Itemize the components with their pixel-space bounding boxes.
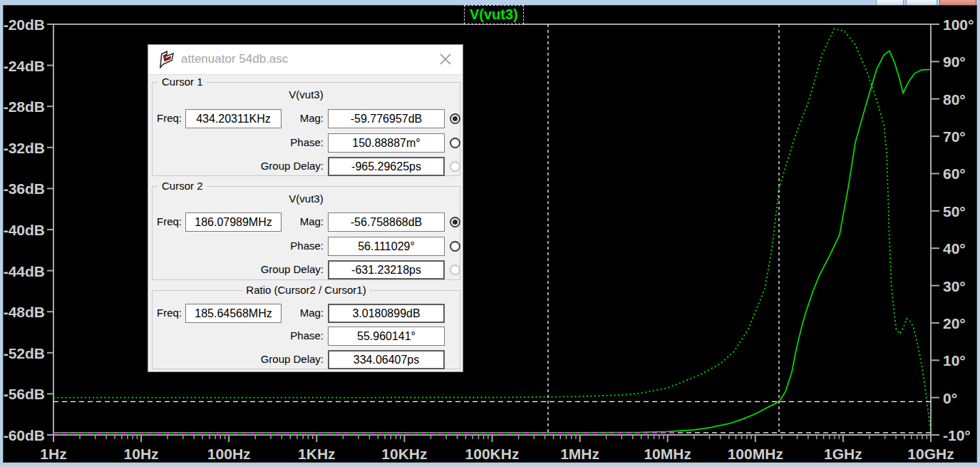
close-icon[interactable] xyxy=(438,52,453,66)
cursor1-group-delay-radio xyxy=(450,161,460,172)
ratio-mag-label: Mag: xyxy=(195,307,324,319)
ltspice-logo-icon xyxy=(158,50,175,69)
cursor1-mag-field[interactable]: -59.776957dB xyxy=(328,109,445,128)
y-left-tick-label: -36dB xyxy=(4,180,45,197)
x-tick-label: 100Hz xyxy=(207,446,251,462)
ratio-group-delay-field[interactable]: 334.06407ps xyxy=(328,350,445,369)
cursor2-group-delay-field[interactable]: -631.23218ps xyxy=(328,260,445,279)
y-left-tick-label: -24dB xyxy=(4,58,45,74)
ratio-group: Ratio (Cursor2 / Cursor1) Freq: 185.6456… xyxy=(152,290,460,369)
cursor1-freq-label: Freq: xyxy=(157,112,182,124)
cursor1-signal-label: V(vut3) xyxy=(153,88,460,101)
y-right-tick-label: 70° xyxy=(943,128,966,145)
ratio-group-label: Ratio (Cursor2 / Cursor1) xyxy=(242,284,369,296)
x-tick-label: 1GHz xyxy=(824,446,862,462)
x-tick-label: 10GHz xyxy=(907,446,954,462)
y-right-tick-label: 60° xyxy=(943,165,966,182)
y-right-tick-label: 90° xyxy=(943,53,966,70)
x-tick-label: 10MHz xyxy=(644,446,691,462)
y-left-tick-label: -32dB xyxy=(4,140,45,156)
y-right-tick-label: 100° xyxy=(943,16,974,33)
ratio-mag-field[interactable]: 3.0180899dB xyxy=(328,304,445,323)
y-right-tick-label: 10° xyxy=(943,352,966,369)
cursor1-phase-radio[interactable] xyxy=(450,138,460,148)
cursor2-freq-label: Freq: xyxy=(157,215,182,227)
cursor2-phase-field[interactable]: 56.111029° xyxy=(328,237,445,256)
ratio-phase-field[interactable]: 55.960141° xyxy=(328,327,445,346)
y-right-tick-label: 40° xyxy=(943,240,966,257)
ratio-phase-label: Phase: xyxy=(195,329,324,342)
cursor2-group-delay-label: Group Delay: xyxy=(195,263,324,275)
cursor2-mag-field[interactable]: -56.758868dB xyxy=(328,212,445,232)
y-right-tick-label: 30° xyxy=(943,278,966,294)
y-left-tick-label: -40dB xyxy=(4,222,45,238)
cursor1-mag-radio[interactable] xyxy=(450,113,460,124)
x-tick-label: 1KHz xyxy=(298,446,336,462)
x-tick-label: 1Hz xyxy=(40,446,66,462)
cursor2-group: Cursor 2 V(vut3) Freq: 186.07989MHz Mag:… xyxy=(152,186,460,280)
cursor2-group-delay-radio xyxy=(450,265,460,275)
y-left-tick-label: -52dB xyxy=(4,345,45,361)
cursor2-signal-label: V(vut3) xyxy=(153,193,460,205)
cursor2-mag-radio[interactable] xyxy=(450,217,460,227)
x-tick-label: 1MHz xyxy=(560,446,599,462)
cursor1-phase-label: Phase: xyxy=(195,136,324,148)
y-right-tick-label: -10° xyxy=(943,427,971,443)
x-tick-label: 100KHz xyxy=(465,446,520,462)
y-right-tick-label: 50° xyxy=(943,203,966,220)
y-right-tick-label: 80° xyxy=(943,91,966,108)
x-tick-label: 100MHz xyxy=(728,446,783,462)
cursor2-mag-label: Mag: xyxy=(195,215,324,227)
cursor1-phase-field[interactable]: 150.88887m° xyxy=(328,133,445,153)
x-tick-label: 10Hz xyxy=(124,446,159,462)
y-left-tick-label: -44dB xyxy=(4,263,45,279)
ratio-freq-label: Freq: xyxy=(157,307,182,319)
y-right-tick-label: 0° xyxy=(943,390,957,406)
cursor1-group-delay-label: Group Delay: xyxy=(195,160,324,172)
dialog-titlebar[interactable]: attenuator 54db.asc xyxy=(148,45,463,75)
cursor2-group-label: Cursor 2 xyxy=(158,180,207,192)
dialog-title: attenuator 54db.asc xyxy=(181,52,288,66)
y-left-tick-label: -20dB xyxy=(4,16,45,33)
cursor1-group: Cursor 1 V(vut3) Freq: 434.20311KHz Mag:… xyxy=(152,82,460,176)
y-left-tick-label: -56dB xyxy=(4,386,45,402)
cursor1-mag-label: Mag: xyxy=(195,112,324,124)
ltspice-window: -20dB-24dB-28dB-32dB-36dB-40dB-44dB-48dB… xyxy=(0,0,980,467)
x-tick-label: 10KHz xyxy=(381,446,427,462)
trace-title[interactable]: V(vut3) xyxy=(464,5,524,24)
y-left-tick-label: -60dB xyxy=(4,427,45,443)
y-left-tick-label: -48dB xyxy=(4,304,45,320)
cursor1-group-label: Cursor 1 xyxy=(158,76,207,88)
y-right-tick-label: 20° xyxy=(943,315,966,332)
cursor2-phase-radio[interactable] xyxy=(450,241,460,252)
cursor2-phase-label: Phase: xyxy=(195,240,324,252)
cursor1-group-delay-field[interactable]: -965.29625ps xyxy=(328,157,445,176)
ratio-group-delay-label: Group Delay: xyxy=(195,353,324,365)
y-left-tick-label: -28dB xyxy=(4,98,45,115)
cursor-dialog[interactable]: attenuator 54db.asc Cursor 1 V(vut3) Fre… xyxy=(148,44,463,372)
